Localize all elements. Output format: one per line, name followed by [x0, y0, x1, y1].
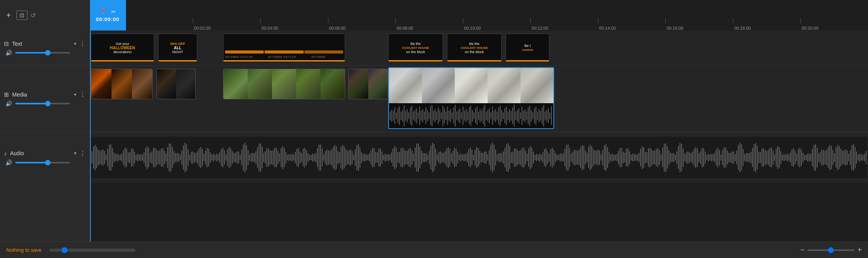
- svg-rect-508: [727, 150, 728, 165]
- svg-rect-296: [393, 149, 393, 167]
- svg-rect-235: [297, 149, 297, 167]
- svg-rect-386: [535, 155, 535, 160]
- svg-rect-306: [409, 149, 409, 167]
- svg-rect-162: [182, 150, 182, 165]
- horizontal-scrollbar[interactable]: [49, 249, 135, 252]
- audio-volume-slider[interactable]: [15, 162, 70, 163]
- svg-rect-400: [556, 155, 557, 160]
- text-clip-3[interactable]: ACT ENDS: 0:17:1:1/5 ACT ENDS: 0:17:1:1/…: [223, 34, 345, 62]
- audio-track-menu[interactable]: ⋮: [79, 150, 86, 157]
- text-clip-2-line3: NIGHT: [172, 50, 183, 54]
- svg-rect-252: [323, 154, 324, 161]
- media-clip-1[interactable]: [91, 69, 153, 99]
- svg-rect-445: [628, 149, 628, 167]
- text-track-menu[interactable]: ⋮: [79, 40, 86, 47]
- text-clip-2[interactable]: 25% OFF ALL NIGHT: [158, 34, 197, 62]
- svg-rect-473: [672, 153, 672, 162]
- media-track-icon: ⊞: [4, 91, 9, 98]
- pin-icon: 📍: [100, 9, 106, 15]
- svg-rect-352: [481, 153, 482, 162]
- svg-rect-572: [828, 147, 828, 168]
- svg-rect-430: [604, 145, 605, 170]
- svg-rect-280: [367, 155, 368, 161]
- svg-rect-20: [421, 111, 421, 121]
- media-track-dropdown[interactable]: ▾: [74, 92, 76, 97]
- audio-track-dropdown[interactable]: ▾: [74, 150, 76, 156]
- svg-rect-175: [202, 149, 203, 166]
- media-track-menu[interactable]: ⋮: [79, 91, 86, 98]
- svg-rect-86: [523, 111, 524, 121]
- svg-rect-347: [473, 155, 474, 160]
- zoom-slider[interactable]: [807, 249, 854, 251]
- audio-track-name: Audio: [10, 150, 71, 156]
- text-clip-4[interactable]: Be the COOLEST HOUSE on the block: [388, 34, 443, 62]
- zoom-minus-button[interactable]: −: [800, 246, 805, 254]
- svg-rect-362: [497, 154, 497, 161]
- svg-rect-165: [186, 144, 187, 171]
- undo-button[interactable]: ↺: [31, 12, 36, 19]
- svg-rect-429: [602, 150, 603, 165]
- svg-rect-536: [771, 148, 772, 168]
- svg-rect-154: [169, 143, 169, 172]
- text-volume-slider[interactable]: [15, 52, 70, 54]
- svg-rect-434: [610, 154, 611, 161]
- add-button[interactable]: +: [4, 10, 13, 21]
- svg-rect-350: [478, 148, 479, 167]
- text-track-dropdown[interactable]: ▾: [74, 41, 76, 47]
- svg-rect-267: [347, 151, 348, 165]
- svg-rect-260: [336, 146, 337, 169]
- svg-rect-502: [717, 148, 718, 167]
- svg-rect-359: [492, 143, 493, 172]
- svg-rect-254: [326, 150, 327, 166]
- svg-rect-292: [386, 154, 387, 161]
- svg-rect-316: [424, 153, 425, 162]
- svg-rect-546: [787, 154, 788, 161]
- svg-rect-104: [551, 107, 552, 125]
- svg-rect-372: [513, 152, 513, 163]
- svg-rect-519: [744, 154, 745, 161]
- audio-waveform-clip[interactable]: /* Inline waveform - using repeated patt…: [91, 137, 867, 178]
- svg-rect-433: [609, 152, 609, 163]
- svg-rect-108: [96, 147, 97, 168]
- svg-rect-251: [322, 149, 322, 167]
- svg-rect-550: [793, 148, 794, 167]
- audio-track: /* Inline waveform - using repeated patt…: [90, 132, 868, 183]
- text-clip-1-line3: decorations: [113, 50, 132, 54]
- svg-rect-21: [422, 109, 423, 122]
- text-clip-1[interactable]: Get your HALLOWEEN decorations: [91, 34, 154, 62]
- svg-rect-1: [391, 109, 392, 122]
- text-clip-6[interactable]: Be t coolest: [506, 34, 549, 62]
- svg-rect-484: [689, 152, 690, 163]
- svg-rect-330: [446, 149, 447, 167]
- svg-rect-102: [548, 108, 549, 123]
- svg-rect-521: [747, 153, 748, 162]
- svg-rect-157: [173, 151, 174, 164]
- media-clip-5[interactable]: [388, 67, 554, 129]
- svg-rect-560: [809, 154, 810, 161]
- svg-rect-73: [503, 112, 504, 119]
- svg-rect-45: [459, 108, 460, 123]
- svg-rect-304: [405, 151, 406, 164]
- media-clip-2[interactable]: [157, 69, 196, 99]
- svg-rect-411: [574, 150, 575, 166]
- media-volume-slider[interactable]: [15, 103, 70, 104]
- svg-rect-315: [423, 153, 423, 162]
- svg-rect-479: [681, 144, 682, 171]
- svg-rect-3: [394, 108, 395, 124]
- media-clip-3[interactable]: [223, 69, 345, 99]
- svg-rect-465: [659, 150, 660, 165]
- svg-rect-592: [859, 154, 860, 162]
- media-clip-4[interactable]: [348, 69, 388, 99]
- svg-rect-227: [284, 148, 285, 167]
- ruler-mark-5: 00:12:00: [530, 0, 548, 30]
- zoom-plus-button[interactable]: +: [857, 246, 862, 254]
- svg-rect-381: [527, 154, 528, 161]
- svg-rect-299: [398, 152, 398, 163]
- svg-rect-324: [437, 154, 438, 161]
- svg-rect-409: [571, 154, 572, 161]
- svg-rect-210: [257, 147, 258, 168]
- svg-rect-264: [342, 145, 343, 170]
- svg-rect-198: [238, 152, 239, 163]
- text-clip-5[interactable]: Be the COOLEST HOUSE on the block: [447, 34, 502, 62]
- storyboard-button[interactable]: ⊡: [16, 11, 27, 20]
